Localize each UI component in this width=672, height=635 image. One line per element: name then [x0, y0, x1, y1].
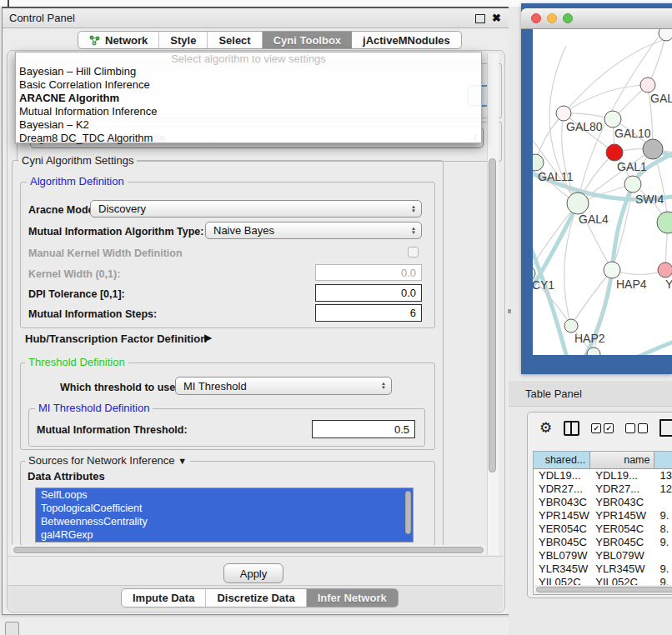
table-row[interactable]: YLR345WYLR345W9.: [534, 562, 672, 576]
new-table-icon[interactable]: [659, 419, 672, 437]
table-row[interactable]: YBR043CYBR043C: [534, 496, 672, 509]
mi-threshold-field[interactable]: 0.5: [312, 420, 415, 438]
table-row[interactable]: YPR145WYPR145W9.: [534, 509, 672, 522]
aracne-mode-label: Aracne Mode:: [28, 204, 98, 216]
node-label: GAL1: [617, 160, 647, 173]
top-tick: [8, 0, 9, 7]
close-icon[interactable]: ✖: [492, 12, 501, 24]
column-header-name[interactable]: name: [590, 452, 654, 469]
table-panel-titlebar: Table Panel: [509, 380, 672, 407]
tab-style[interactable]: Style: [159, 32, 208, 48]
network-node-gal[interactable]: [640, 78, 655, 92]
table-cell: YDL19...: [534, 469, 590, 482]
data-attributes-list[interactable]: SelfLoopsTopologicalCoefficientBetweenne…: [35, 488, 414, 542]
collapse-closed-icon[interactable]: ▶: [204, 332, 212, 343]
mi-steps-label: Mutual Information Steps:: [28, 308, 157, 320]
collapse-open-icon[interactable]: ▼: [178, 456, 187, 466]
deselect-all-icon[interactable]: [625, 423, 648, 433]
table-cell: 9.: [654, 536, 672, 549]
column-header-shared[interactable]: shared...: [534, 452, 590, 469]
table-row[interactable]: YDR27...YDR27...12: [534, 482, 672, 496]
minimized-panel-icon[interactable]: [5, 622, 19, 635]
algorithm-option-bayesian-hill-climbing[interactable]: Bayesian – Hill Climbing: [16, 65, 481, 78]
kernel-width-field[interactable]: 0.0: [315, 264, 422, 281]
table-row[interactable]: YER054CYER054C8.: [534, 522, 672, 536]
algorithm-option-mutual-information-inference[interactable]: Mutual Information Inference: [16, 105, 481, 118]
network-node[interactable]: [643, 139, 663, 159]
node-label: GAL11: [538, 170, 574, 183]
tab-impute-data[interactable]: Impute Data: [122, 589, 206, 607]
aracne-mode-value: Discovery: [98, 202, 146, 215]
network-node-gal80[interactable]: [556, 106, 571, 121]
table-cell: YBL079W: [590, 549, 654, 562]
attribute-item-topologicalcoefficient[interactable]: TopologicalCoefficient: [36, 502, 413, 515]
network-window-titlebar[interactable]: [521, 8, 672, 29]
attribute-item-selfloops[interactable]: SelfLoops: [36, 488, 413, 502]
column-header-hidden[interactable]: [654, 452, 672, 469]
network-node[interactable]: [657, 212, 672, 233]
attribute-item-gal4rgexp[interactable]: gal4RGexp: [36, 528, 413, 542]
network-node-gal4[interactable]: [567, 192, 589, 214]
columns-icon[interactable]: [564, 421, 579, 436]
table-cell: YBR045C: [534, 536, 590, 549]
network-node-hap2[interactable]: [564, 319, 578, 332]
tab-network[interactable]: Network: [78, 32, 159, 48]
settings-vertical-scrollbar-thumb[interactable]: [489, 158, 496, 472]
gear-icon[interactable]: ⚙: [539, 419, 552, 437]
table-cell: YDL19...: [590, 469, 654, 482]
network-view-window: GALGAL80GAL10GAL1GAL11SWI4GAL4GCY1HAP4YH…: [521, 3, 672, 374]
attribute-item-betweennesscentrality[interactable]: BetweennessCentrality: [36, 515, 413, 528]
table-cell: 13: [654, 469, 672, 482]
algorithm-option-bayesian-k2[interactable]: Bayesian – K2: [16, 118, 481, 132]
table-panel: ⚙ ✓✓ shared...name YDL19...YDL19...13YDR…: [527, 412, 672, 598]
network-node[interactable]: [659, 29, 672, 41]
float-window-icon[interactable]: [475, 14, 485, 23]
network-node-swi4[interactable]: [624, 176, 641, 192]
splitter-handle[interactable]: [508, 309, 511, 313]
tab-select[interactable]: Select: [208, 32, 262, 48]
hub-section-label[interactable]: Hub/Transcription Factor Definition: [25, 333, 207, 345]
network-node-gal11[interactable]: [533, 154, 544, 171]
settings-horizontal-scrollbar-thumb[interactable]: [13, 547, 484, 553]
select-all-icon[interactable]: ✓✓: [591, 423, 614, 433]
zoom-traffic-light[interactable]: [563, 13, 573, 23]
spinner-icon: ▲▼: [411, 205, 416, 213]
mi-type-combo[interactable]: Naive Bayes ▲▼: [205, 222, 422, 239]
algorithm-option-aracne-algorithm[interactable]: ARACNE Algorithm: [16, 92, 481, 105]
algorithm-option-basic-correlation-inference[interactable]: Basic Correlation Inference: [16, 78, 481, 92]
tab-jactivemnodules[interactable]: jActiveMNodules: [352, 32, 461, 48]
table-horizontal-scrollbar-thumb[interactable]: [536, 587, 672, 592]
mi-steps-field[interactable]: 6: [315, 304, 422, 322]
mi-threshold-label: Mutual Information Threshold:: [37, 424, 188, 436]
table-row[interactable]: YDL19...YDL19...13: [534, 469, 672, 482]
table-row[interactable]: YBR045CYBR045C9.: [534, 536, 672, 549]
network-node-hap4[interactable]: [604, 262, 620, 278]
network-node-y[interactable]: [658, 262, 672, 278]
table-cell: YER054C: [534, 522, 590, 536]
manual-kernel-checkbox[interactable]: [408, 247, 419, 258]
algorithm-option-dream8-dc-tdc-algorithm[interactable]: Dream8 DC_TDC Algorithm: [16, 132, 481, 145]
tab-infer-network[interactable]: Infer Network: [307, 589, 398, 607]
network-canvas[interactable]: GALGAL80GAL10GAL1GAL11SWI4GAL4GCY1HAP4YH…: [533, 29, 672, 355]
network-node-gal10[interactable]: [604, 111, 621, 128]
tab-discretize-data[interactable]: Discretize Data: [206, 589, 306, 607]
data-attributes-label: Data Attributes: [28, 471, 105, 482]
minimize-traffic-light[interactable]: [547, 13, 557, 23]
node-label: Y: [665, 278, 672, 291]
tab-label: Network: [105, 34, 148, 47]
table-cell: YPR145W: [534, 509, 590, 522]
threshold-definition-title: Threshold Definition: [25, 357, 128, 368]
mi-threshold-group-title: MI Threshold Definition: [35, 402, 153, 413]
tab-cyni-toolbox[interactable]: Cyni Toolbox: [263, 32, 352, 48]
close-traffic-light[interactable]: [531, 13, 541, 23]
table-cell: 12: [654, 482, 672, 496]
table-horizontal-scrollbar[interactable]: [534, 585, 672, 594]
list-scrollbar[interactable]: [405, 491, 411, 534]
network-node-gal1[interactable]: [606, 144, 623, 161]
apply-button[interactable]: Apply: [223, 563, 283, 583]
which-threshold-combo[interactable]: MI Threshold ▲▼: [175, 377, 392, 395]
aracne-mode-combo[interactable]: Discovery ▲▼: [90, 200, 422, 218]
mi-type-value: Naive Bayes: [213, 224, 274, 237]
table-row[interactable]: YBL079WYBL079W: [534, 549, 672, 562]
dpi-tolerance-field[interactable]: 0.0: [315, 284, 422, 302]
